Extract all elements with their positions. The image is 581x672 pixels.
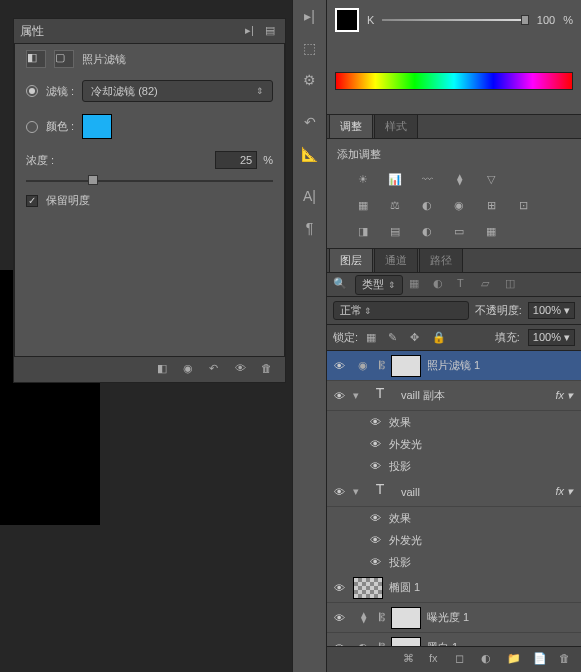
effect-item[interactable]: 👁外发光 [327,433,581,455]
posterize-icon[interactable]: ▤ [385,222,405,240]
expand-icon[interactable]: ▾ [353,389,359,402]
effect-item[interactable]: 👁投影 [327,455,581,477]
lock-pixels-icon[interactable]: ▦ [366,331,380,345]
properties-title: 属性 [20,23,44,40]
k-slider[interactable] [382,15,529,25]
lock-paint-icon[interactable]: ✎ [388,331,402,345]
lock-all-icon[interactable]: 🔒 [432,331,446,345]
mask-icon[interactable]: ◻ [455,652,471,668]
ruler-icon[interactable]: 📐 [293,138,326,170]
mask-thumbnail[interactable] [391,355,421,377]
fx-icon[interactable]: fx [429,652,445,668]
add-adjustment-title: 添加调整 [337,148,381,160]
smart-filter-icon[interactable]: ◫ [505,277,523,293]
expand-icon[interactable]: ▾ [353,485,359,498]
shape-thumbnail[interactable] [353,577,383,599]
trash-icon[interactable]: 🗑 [559,652,575,668]
gradient-map-icon[interactable]: ▭ [449,222,469,240]
bw-icon[interactable]: ◐ [417,196,437,214]
paragraph-icon[interactable]: ¶ [293,212,326,244]
trash-icon[interactable]: 🗑 [261,362,277,378]
pixel-filter-icon[interactable]: ▦ [409,277,427,293]
fx-badge[interactable]: fx ▾ [555,485,577,498]
color-label: 颜色 : [46,119,74,134]
tab-styles[interactable]: 样式 [374,114,418,138]
invert-icon[interactable]: ◨ [353,222,373,240]
cube-icon[interactable]: ⬚ [293,32,326,64]
history-icon[interactable]: ↶ [293,106,326,138]
layer-row[interactable]: 👁 ⧫ 𝄡 曝光度 1 [327,603,581,633]
new-adj-icon[interactable]: ◐ [481,652,497,668]
hue-icon[interactable]: ▦ [353,196,373,214]
search-icon[interactable]: 🔍 [333,277,349,293]
visibility-toggle[interactable]: 👁 [331,582,347,594]
tab-paths[interactable]: 路径 [419,248,463,272]
adjustment-type-row: ◧ ▢ 照片滤镜 [14,44,285,74]
effect-item[interactable]: 👁投影 [327,551,581,573]
selective-icon[interactable]: ▦ [481,222,501,240]
channel-label: K [367,14,374,26]
lookup-icon[interactable]: ⊡ [513,196,533,214]
opacity-input[interactable]: 100% ▾ [528,302,575,319]
link-layers-icon[interactable]: ⌘ [403,652,419,668]
visibility-toggle[interactable]: 👁 [331,360,347,372]
layer-row[interactable]: 👁 ▾ T vaill fx ▾ [327,477,581,507]
visibility-icon[interactable]: 👁 [235,362,251,378]
fill-input[interactable]: 100% ▾ [528,329,575,346]
levels-icon[interactable]: 📊 [385,170,405,188]
density-input[interactable] [215,151,257,169]
opacity-label: 不透明度: [475,303,522,318]
color-swatch[interactable] [82,114,112,139]
blend-mode-dropdown[interactable]: 正常⇕ [333,301,469,320]
visibility-toggle[interactable]: 👁 [331,612,347,624]
balance-icon[interactable]: ⚖ [385,196,405,214]
tool-icon-1[interactable]: ▸| [293,0,326,32]
filter-radio[interactable] [26,85,38,97]
mask-thumbnail[interactable] [391,607,421,629]
collapse-icon[interactable]: ▸| [245,24,259,38]
tab-adjustments[interactable]: 调整 [329,114,373,138]
vibrance-icon[interactable]: ▽ [481,170,501,188]
view-previous-icon[interactable]: ◉ [183,362,199,378]
clip-icon[interactable]: ◧ [157,362,173,378]
foreground-swatch[interactable] [335,8,359,32]
effects-group: 👁效果 [327,411,581,433]
lock-position-icon[interactable]: ✥ [410,331,424,345]
adj-filter-icon[interactable]: ◐ [433,277,451,293]
settings-icon[interactable]: ⚙ [293,64,326,96]
filter-dropdown[interactable]: 冷却滤镜 (82) ⇕ [82,80,273,102]
new-layer-icon[interactable]: 📄 [533,652,549,668]
fx-badge[interactable]: fx ▾ [555,389,577,402]
layer-row[interactable]: 👁 ◉ 𝄡 照片滤镜 1 [327,351,581,381]
tab-channels[interactable]: 通道 [374,248,418,272]
visibility-toggle[interactable]: 👁 [331,486,347,498]
shape-filter-icon[interactable]: ▱ [481,277,499,293]
brightness-icon[interactable]: ☀ [353,170,373,188]
tab-layers[interactable]: 图层 [329,248,373,272]
folder-icon[interactable]: 📁 [507,652,523,668]
filter-value: 冷却滤镜 (82) [91,84,158,99]
preserve-luminosity-checkbox[interactable] [26,195,38,207]
density-slider[interactable] [26,175,273,187]
text-filter-icon[interactable]: T [457,277,475,293]
adjustment-icon[interactable]: ◧ [26,50,46,68]
filter-type-dropdown[interactable]: 类型⇕ [355,275,403,295]
color-spectrum[interactable] [335,72,573,90]
adjustments-panel: 添加调整 ☀ 📊 〰 ⧫ ▽ ▦ ⚖ ◐ ◉ ⊞ ⊡ ◨ ▤ ◐ ▭ ▦ [327,139,581,249]
visibility-toggle[interactable]: 👁 [331,390,347,402]
threshold-icon[interactable]: ◐ [417,222,437,240]
mask-icon[interactable]: ▢ [54,50,74,68]
mixer-icon[interactable]: ⊞ [481,196,501,214]
menu-icon[interactable]: ▤ [265,24,279,38]
curves-icon[interactable]: 〰 [417,170,437,188]
properties-header: 属性 ▸| ▤ [14,19,285,44]
character-icon[interactable]: A| [293,180,326,212]
photo-filter-icon[interactable]: ◉ [449,196,469,214]
layer-row[interactable]: 👁 ▾ T vaill 副本 fx ▾ [327,381,581,411]
layer-row[interactable]: 👁 椭圆 1 [327,573,581,603]
color-radio[interactable] [26,121,38,133]
exposure-icon[interactable]: ⧫ [449,170,469,188]
reset-icon[interactable]: ↶ [209,362,225,378]
layer-filter-row: 🔍 类型⇕ ▦ ◐ T ▱ ◫ [327,273,581,297]
effect-item[interactable]: 👁外发光 [327,529,581,551]
